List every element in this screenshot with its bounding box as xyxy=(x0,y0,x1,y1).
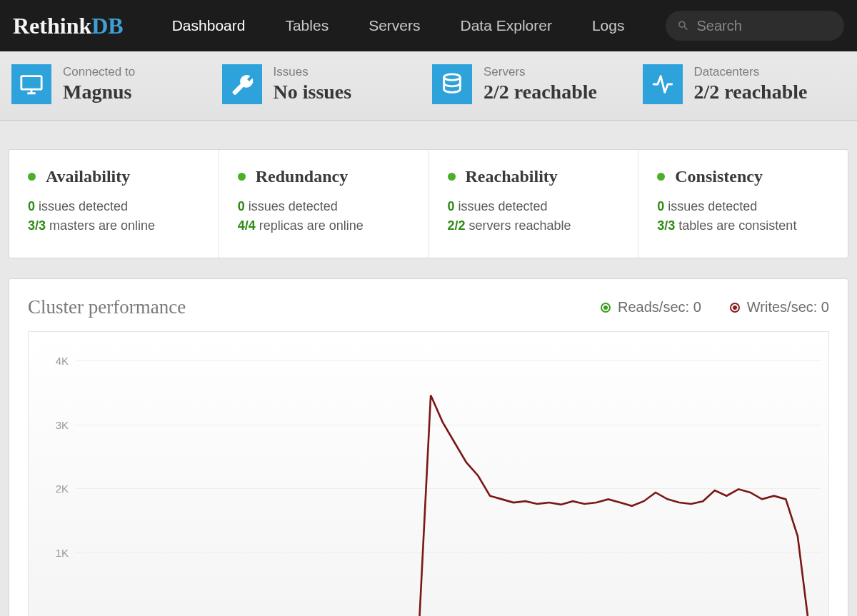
nav-items: Dashboard Tables Servers Data Explorer L… xyxy=(152,1,645,50)
chart-series-line xyxy=(76,395,821,616)
health-issues-num: 0 xyxy=(238,199,245,213)
status-connected-label: Connected to xyxy=(63,65,135,79)
health-stat-num: 3/3 xyxy=(28,218,46,233)
health-issues-text: issues detected xyxy=(664,199,757,213)
search-input[interactable] xyxy=(696,18,833,34)
status-servers-label: Servers xyxy=(483,65,597,79)
performance-panel: Cluster performance Reads/sec: 0 Writes/… xyxy=(9,278,848,616)
top-navbar: RethinkDB Dashboard Tables Servers Data … xyxy=(0,0,857,51)
health-title-text: Availability xyxy=(46,167,130,186)
nav-data-explorer[interactable]: Data Explorer xyxy=(441,1,572,50)
monitor-icon xyxy=(11,64,51,104)
performance-title: Cluster performance xyxy=(28,296,186,318)
health-issues-num: 0 xyxy=(28,199,35,213)
health-availability: Availability 0 issues detected 3/3 maste… xyxy=(9,150,219,258)
pulse-icon xyxy=(643,64,683,104)
status-datacenters: Datacenters 2/2 reachable xyxy=(643,64,846,104)
health-stat-text: replicas are online xyxy=(256,218,364,233)
ytick-label: 2K xyxy=(29,483,69,495)
health-issues-text: issues detected xyxy=(35,199,128,213)
status-strip: Connected to Magnus Issues No issues Ser… xyxy=(0,51,857,121)
status-datacenters-value: 2/2 reachable xyxy=(694,81,808,103)
health-redundancy: Redundancy 0 issues detected 4/4 replica… xyxy=(219,150,429,258)
status-dot-icon xyxy=(448,173,456,181)
performance-header: Cluster performance Reads/sec: 0 Writes/… xyxy=(28,296,829,318)
brand-text-a: Rethink xyxy=(13,13,91,39)
status-connected-value: Magnus xyxy=(63,81,135,103)
brand-text-b: DB xyxy=(91,13,123,39)
health-stat-text: servers reachable xyxy=(466,218,571,233)
status-servers-value: 2/2 reachable xyxy=(483,81,597,103)
health-issues-num: 0 xyxy=(448,199,455,213)
performance-chart: 4K 3K 2K 1K xyxy=(28,331,829,616)
nav-tables[interactable]: Tables xyxy=(265,1,349,50)
ytick-label: 3K xyxy=(29,418,69,430)
status-issues: Issues No issues xyxy=(222,64,426,104)
health-issues-text: issues detected xyxy=(455,199,548,213)
health-row: Availability 0 issues detected 3/3 maste… xyxy=(9,149,848,258)
health-consistency: Consistency 0 issues detected 3/3 tables… xyxy=(638,150,848,258)
search-icon xyxy=(677,19,689,33)
status-issues-value: No issues xyxy=(274,81,352,103)
nav-dashboard[interactable]: Dashboard xyxy=(152,1,266,50)
health-issues-num: 0 xyxy=(657,199,664,213)
health-stat-num: 2/2 xyxy=(448,218,466,233)
nav-logs[interactable]: Logs xyxy=(572,1,645,50)
status-dot-icon xyxy=(238,173,246,181)
ytick-label: 4K xyxy=(29,354,69,366)
health-stat-num: 4/4 xyxy=(238,218,256,233)
status-servers: Servers 2/2 reachable xyxy=(432,64,636,104)
health-title-text: Consistency xyxy=(675,167,763,186)
health-title-text: Reachability xyxy=(466,167,558,186)
health-stat-text: masters are online xyxy=(46,218,155,233)
health-issues-text: issues detected xyxy=(245,199,338,213)
legend-reads-label: Reads/sec: 0 xyxy=(618,299,701,315)
health-reachability: Reachability 0 issues detected 2/2 serve… xyxy=(429,150,639,258)
status-issues-label: Issues xyxy=(274,65,352,79)
brand-logo: RethinkDB xyxy=(13,13,124,39)
status-dot-icon xyxy=(657,173,665,181)
search-wrap[interactable] xyxy=(666,11,844,41)
status-dot-icon xyxy=(28,173,36,181)
nav-servers[interactable]: Servers xyxy=(349,1,440,50)
status-connected: Connected to Magnus xyxy=(11,64,215,104)
legend-dot-icon xyxy=(601,303,611,313)
database-icon xyxy=(432,64,472,104)
health-stat-num: 3/3 xyxy=(657,218,675,233)
legend-writes: Writes/sec: 0 xyxy=(730,299,829,315)
legend-reads: Reads/sec: 0 xyxy=(601,299,701,315)
svg-point-1 xyxy=(444,74,461,81)
chart-legend: Reads/sec: 0 Writes/sec: 0 xyxy=(601,299,829,315)
ytick-label: 1K xyxy=(29,547,69,559)
status-datacenters-label: Datacenters xyxy=(694,65,808,79)
legend-writes-label: Writes/sec: 0 xyxy=(747,299,829,315)
legend-dot-icon xyxy=(730,303,740,313)
wrench-icon xyxy=(222,64,262,104)
chart-svg xyxy=(76,332,821,616)
health-title-text: Redundancy xyxy=(256,167,348,186)
health-stat-text: tables are consistent xyxy=(675,218,796,233)
